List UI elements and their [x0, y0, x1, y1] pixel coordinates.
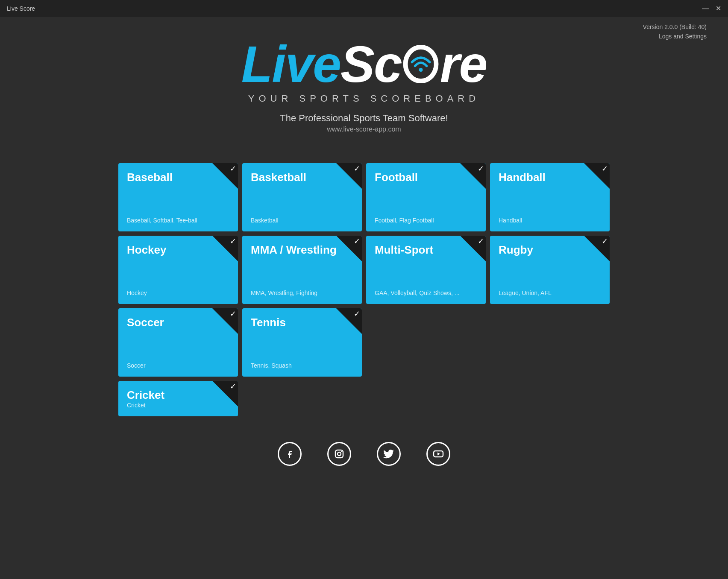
sport-sub: Tennis, Squash [251, 362, 353, 369]
main-content: Live Sc re YOUR SPORTS SCOREBOARD [0, 17, 728, 466]
svg-point-3 [338, 452, 341, 456]
titlebar: Live Score — ✕ [0, 0, 728, 17]
sport-card-basketball[interactable]: BasketballBasketball [242, 163, 362, 231]
sport-card-soccer[interactable]: SoccerSoccer [118, 308, 238, 377]
logo-text: Live Sc re [241, 38, 487, 90]
check-corner [212, 163, 238, 189]
sport-sub: Basketball [251, 217, 353, 224]
check-corner [460, 236, 486, 261]
check-corner [584, 236, 610, 261]
logo-subtitle: The Professional Sports Team Software! [280, 113, 448, 124]
logo-live: Live [241, 38, 341, 90]
sport-sub: Soccer [127, 362, 229, 369]
sport-sub: Handball [499, 217, 601, 224]
sport-card-baseball[interactable]: BaseballBaseball, Softball, Tee-ball [118, 163, 238, 231]
logo-url: www.live-score-app.com [327, 126, 401, 133]
twitter-icon[interactable] [377, 442, 401, 466]
check-corner [336, 163, 362, 189]
minimize-button[interactable]: — [702, 5, 709, 12]
logo-re: re [440, 38, 487, 90]
svg-point-1 [419, 68, 423, 72]
instagram-icon[interactable] [327, 442, 351, 466]
check-corner [460, 163, 486, 189]
social-bar [278, 442, 450, 466]
sport-sub: Hockey [127, 290, 229, 296]
logo-tagline: YOUR SPORTS SCOREBOARD [248, 93, 480, 104]
sport-card-cricket[interactable]: CricketCricket [118, 381, 238, 416]
version-info: Version 2.0.0 (Build: 40) Logs and Setti… [643, 22, 707, 41]
logo-score: Sc re [341, 38, 487, 90]
version-text: Version 2.0.0 (Build: 40) [643, 22, 707, 32]
svg-point-4 [341, 451, 343, 452]
logo-sc: Sc [341, 38, 402, 90]
sport-sub: League, Union, AFL [499, 290, 601, 296]
sport-sub: MMA, Wrestling, Fighting [251, 290, 353, 296]
logo-wifi-o [402, 41, 440, 88]
sport-card-mma--wrestling[interactable]: MMA / WrestlingMMA, Wrestling, Fighting [242, 236, 362, 304]
sport-card-multi-sport[interactable]: Multi-SportGAA, Volleyball, Quiz Shows, … [366, 236, 486, 304]
sport-card-football[interactable]: FootballFootball, Flag Football [366, 163, 486, 231]
sport-sub: Football, Flag Football [375, 217, 477, 224]
facebook-icon[interactable] [278, 442, 302, 466]
sport-sub: Baseball, Softball, Tee-ball [127, 217, 229, 224]
check-corner [212, 236, 238, 261]
close-button[interactable]: ✕ [716, 5, 721, 12]
sport-card-rugby[interactable]: RugbyLeague, Union, AFL [490, 236, 610, 304]
window-controls: — ✕ [702, 5, 721, 12]
app-title: Live Score [7, 5, 35, 12]
check-corner [212, 381, 238, 406]
sports-grid: BaseballBaseball, Softball, Tee-ballBask… [118, 163, 610, 416]
check-corner [336, 308, 362, 334]
sport-card-hockey[interactable]: HockeyHockey [118, 236, 238, 304]
check-corner [212, 308, 238, 334]
youtube-icon[interactable] [426, 442, 450, 466]
check-corner [336, 236, 362, 261]
logo-container: Live Sc re YOUR SPORTS SCOREBOARD [241, 38, 487, 133]
settings-link[interactable]: Logs and Settings [643, 32, 707, 41]
sport-card-tennis[interactable]: TennisTennis, Squash [242, 308, 362, 377]
check-corner [584, 163, 610, 189]
sport-card-handball[interactable]: HandballHandball [490, 163, 610, 231]
sport-sub: GAA, Volleyball, Quiz Shows, ... [375, 290, 477, 296]
svg-point-0 [405, 47, 436, 81]
